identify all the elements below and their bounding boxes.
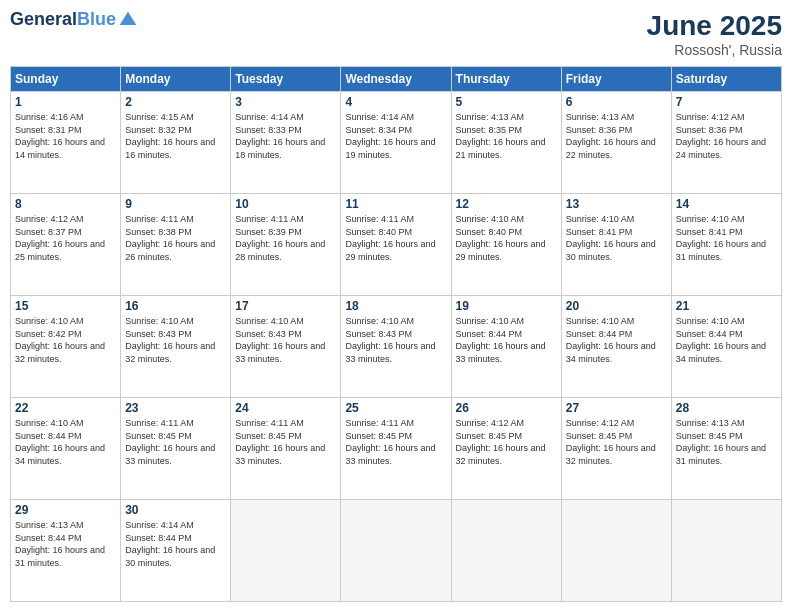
cell-details: Sunrise: 4:10 AMSunset: 8:44 PMDaylight:… (15, 418, 105, 466)
cell-details: Sunrise: 4:14 AMSunset: 8:44 PMDaylight:… (125, 520, 215, 568)
header: GeneralBlue June 2025 Rossosh', Russia (10, 10, 782, 58)
cell-details: Sunrise: 4:14 AMSunset: 8:34 PMDaylight:… (345, 112, 435, 160)
calendar-cell: 14 Sunrise: 4:10 AMSunset: 8:41 PMDaylig… (671, 194, 781, 296)
day-number: 10 (235, 197, 336, 211)
day-number: 23 (125, 401, 226, 415)
cell-details: Sunrise: 4:10 AMSunset: 8:41 PMDaylight:… (676, 214, 766, 262)
cell-details: Sunrise: 4:11 AMSunset: 8:38 PMDaylight:… (125, 214, 215, 262)
day-header: Friday (561, 67, 671, 92)
day-number: 17 (235, 299, 336, 313)
cell-details: Sunrise: 4:10 AMSunset: 8:40 PMDaylight:… (456, 214, 546, 262)
day-header: Monday (121, 67, 231, 92)
day-number: 29 (15, 503, 116, 517)
cell-details: Sunrise: 4:11 AMSunset: 8:45 PMDaylight:… (345, 418, 435, 466)
calendar-cell: 4 Sunrise: 4:14 AMSunset: 8:34 PMDayligh… (341, 92, 451, 194)
cell-details: Sunrise: 4:14 AMSunset: 8:33 PMDaylight:… (235, 112, 325, 160)
logo-icon (118, 10, 138, 30)
logo: GeneralBlue (10, 10, 138, 30)
calendar-header-row: SundayMondayTuesdayWednesdayThursdayFrid… (11, 67, 782, 92)
cell-details: Sunrise: 4:15 AMSunset: 8:32 PMDaylight:… (125, 112, 215, 160)
cell-details: Sunrise: 4:10 AMSunset: 8:43 PMDaylight:… (125, 316, 215, 364)
cell-details: Sunrise: 4:12 AMSunset: 8:45 PMDaylight:… (566, 418, 656, 466)
day-number: 14 (676, 197, 777, 211)
calendar-cell (341, 500, 451, 602)
calendar-cell: 2 Sunrise: 4:15 AMSunset: 8:32 PMDayligh… (121, 92, 231, 194)
calendar-cell: 28 Sunrise: 4:13 AMSunset: 8:45 PMDaylig… (671, 398, 781, 500)
calendar-cell: 6 Sunrise: 4:13 AMSunset: 8:36 PMDayligh… (561, 92, 671, 194)
calendar-cell: 25 Sunrise: 4:11 AMSunset: 8:45 PMDaylig… (341, 398, 451, 500)
logo-text: GeneralBlue (10, 10, 116, 30)
day-number: 21 (676, 299, 777, 313)
calendar-cell: 27 Sunrise: 4:12 AMSunset: 8:45 PMDaylig… (561, 398, 671, 500)
day-number: 24 (235, 401, 336, 415)
day-number: 1 (15, 95, 116, 109)
cell-details: Sunrise: 4:10 AMSunset: 8:41 PMDaylight:… (566, 214, 656, 262)
day-number: 27 (566, 401, 667, 415)
day-number: 7 (676, 95, 777, 109)
calendar-cell: 3 Sunrise: 4:14 AMSunset: 8:33 PMDayligh… (231, 92, 341, 194)
cell-details: Sunrise: 4:13 AMSunset: 8:44 PMDaylight:… (15, 520, 105, 568)
cell-details: Sunrise: 4:11 AMSunset: 8:45 PMDaylight:… (125, 418, 215, 466)
day-number: 9 (125, 197, 226, 211)
day-number: 19 (456, 299, 557, 313)
calendar-cell (671, 500, 781, 602)
calendar-cell: 24 Sunrise: 4:11 AMSunset: 8:45 PMDaylig… (231, 398, 341, 500)
day-number: 26 (456, 401, 557, 415)
calendar-week-row: 8 Sunrise: 4:12 AMSunset: 8:37 PMDayligh… (11, 194, 782, 296)
cell-details: Sunrise: 4:10 AMSunset: 8:44 PMDaylight:… (676, 316, 766, 364)
day-header: Thursday (451, 67, 561, 92)
day-header: Sunday (11, 67, 121, 92)
day-number: 3 (235, 95, 336, 109)
day-number: 11 (345, 197, 446, 211)
day-header: Wednesday (341, 67, 451, 92)
calendar-cell: 16 Sunrise: 4:10 AMSunset: 8:43 PMDaylig… (121, 296, 231, 398)
calendar-cell: 13 Sunrise: 4:10 AMSunset: 8:41 PMDaylig… (561, 194, 671, 296)
day-number: 25 (345, 401, 446, 415)
svg-marker-0 (120, 12, 137, 25)
calendar-cell: 7 Sunrise: 4:12 AMSunset: 8:36 PMDayligh… (671, 92, 781, 194)
cell-details: Sunrise: 4:11 AMSunset: 8:39 PMDaylight:… (235, 214, 325, 262)
cell-details: Sunrise: 4:11 AMSunset: 8:40 PMDaylight:… (345, 214, 435, 262)
cell-details: Sunrise: 4:13 AMSunset: 8:35 PMDaylight:… (456, 112, 546, 160)
title-block: June 2025 Rossosh', Russia (647, 10, 782, 58)
day-number: 6 (566, 95, 667, 109)
cell-details: Sunrise: 4:10 AMSunset: 8:44 PMDaylight:… (456, 316, 546, 364)
day-number: 4 (345, 95, 446, 109)
cell-details: Sunrise: 4:16 AMSunset: 8:31 PMDaylight:… (15, 112, 105, 160)
cell-details: Sunrise: 4:10 AMSunset: 8:43 PMDaylight:… (345, 316, 435, 364)
cell-details: Sunrise: 4:10 AMSunset: 8:42 PMDaylight:… (15, 316, 105, 364)
day-number: 13 (566, 197, 667, 211)
cell-details: Sunrise: 4:13 AMSunset: 8:36 PMDaylight:… (566, 112, 656, 160)
calendar-week-row: 1 Sunrise: 4:16 AMSunset: 8:31 PMDayligh… (11, 92, 782, 194)
day-number: 28 (676, 401, 777, 415)
calendar-cell (561, 500, 671, 602)
calendar-cell: 30 Sunrise: 4:14 AMSunset: 8:44 PMDaylig… (121, 500, 231, 602)
day-number: 8 (15, 197, 116, 211)
calendar-cell: 26 Sunrise: 4:12 AMSunset: 8:45 PMDaylig… (451, 398, 561, 500)
calendar-cell: 22 Sunrise: 4:10 AMSunset: 8:44 PMDaylig… (11, 398, 121, 500)
cell-details: Sunrise: 4:10 AMSunset: 8:43 PMDaylight:… (235, 316, 325, 364)
calendar-cell (231, 500, 341, 602)
calendar-cell: 1 Sunrise: 4:16 AMSunset: 8:31 PMDayligh… (11, 92, 121, 194)
day-number: 16 (125, 299, 226, 313)
day-number: 2 (125, 95, 226, 109)
cell-details: Sunrise: 4:10 AMSunset: 8:44 PMDaylight:… (566, 316, 656, 364)
calendar: SundayMondayTuesdayWednesdayThursdayFrid… (10, 66, 782, 602)
calendar-cell: 12 Sunrise: 4:10 AMSunset: 8:40 PMDaylig… (451, 194, 561, 296)
day-number: 18 (345, 299, 446, 313)
calendar-week-row: 29 Sunrise: 4:13 AMSunset: 8:44 PMDaylig… (11, 500, 782, 602)
calendar-cell: 11 Sunrise: 4:11 AMSunset: 8:40 PMDaylig… (341, 194, 451, 296)
calendar-cell (451, 500, 561, 602)
calendar-body: 1 Sunrise: 4:16 AMSunset: 8:31 PMDayligh… (11, 92, 782, 602)
calendar-cell: 8 Sunrise: 4:12 AMSunset: 8:37 PMDayligh… (11, 194, 121, 296)
cell-details: Sunrise: 4:12 AMSunset: 8:45 PMDaylight:… (456, 418, 546, 466)
cell-details: Sunrise: 4:11 AMSunset: 8:45 PMDaylight:… (235, 418, 325, 466)
day-number: 22 (15, 401, 116, 415)
calendar-cell: 23 Sunrise: 4:11 AMSunset: 8:45 PMDaylig… (121, 398, 231, 500)
day-number: 15 (15, 299, 116, 313)
cell-details: Sunrise: 4:13 AMSunset: 8:45 PMDaylight:… (676, 418, 766, 466)
day-header: Tuesday (231, 67, 341, 92)
calendar-week-row: 15 Sunrise: 4:10 AMSunset: 8:42 PMDaylig… (11, 296, 782, 398)
day-number: 30 (125, 503, 226, 517)
cell-details: Sunrise: 4:12 AMSunset: 8:36 PMDaylight:… (676, 112, 766, 160)
